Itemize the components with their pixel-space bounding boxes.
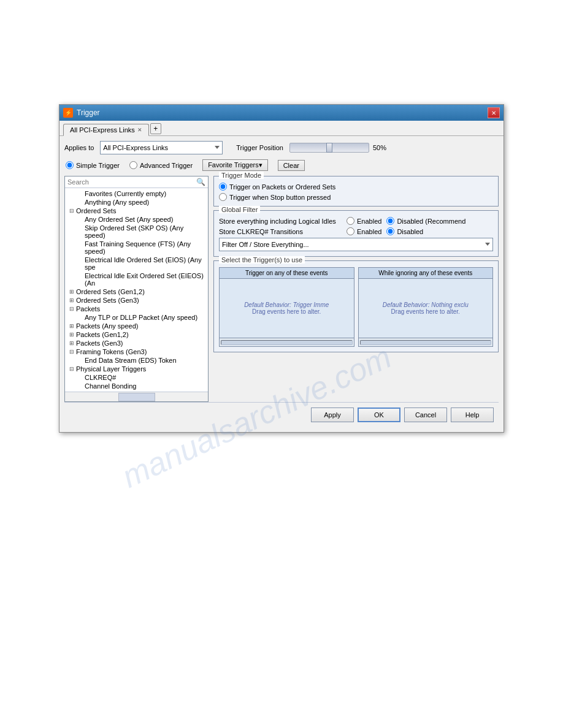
trigger-type-row: Simple Trigger Advanced Trigger Favorite… — [64, 159, 499, 171]
tree-item-clkreq[interactable]: CLKREQ# — [65, 373, 208, 382]
tree-item-packets[interactable]: ⊟ Packets — [65, 305, 208, 313]
bottom-buttons: Apply OK Cancel Help — [64, 402, 499, 427]
expand-packets-gen12-icon[interactable]: ⊞ — [67, 332, 76, 338]
close-button[interactable]: ✕ — [488, 107, 500, 118]
advanced-trigger-radio-label[interactable]: Advanced Trigger — [129, 161, 193, 169]
trigger-col-1: Trigger on any of these events Default B… — [219, 267, 354, 347]
right-panel: Trigger Mode Trigger on Packets or Order… — [213, 176, 499, 402]
dialog-body: Applies to All PCI-Express Links Trigger… — [59, 136, 504, 432]
tree-item-packets-gen3[interactable]: ⊞ Packets (Gen3) — [65, 339, 208, 347]
filter-enabled-2-radio[interactable] — [347, 227, 354, 235]
expand-ordered-sets-icon[interactable]: ⊟ — [67, 208, 76, 214]
filter-dropdown[interactable]: Filter Off / Store Everything... — [219, 238, 493, 251]
trigger-mode-option-1-label[interactable]: Trigger on Packets or Ordered Sets — [219, 183, 493, 191]
filter-enabled-2-text: Enabled — [357, 228, 381, 235]
expand-packets-icon[interactable]: ⊟ — [67, 306, 76, 312]
expand-ordered-sets-gen3-icon[interactable]: ⊞ — [67, 297, 76, 303]
filter-disabled-2-label[interactable]: Disabled — [386, 227, 423, 235]
expand-framing-tokens-icon[interactable]: ⊟ — [67, 349, 76, 355]
tree-item-ordered-sets-gen3[interactable]: ⊞ Ordered Sets (Gen3) — [65, 296, 208, 305]
filter-disabled-2-radio[interactable] — [386, 227, 394, 235]
tree-item-packets-gen12[interactable]: ⊞ Packets (Gen1,2) — [65, 330, 208, 339]
apply-button[interactable]: Apply — [311, 408, 354, 422]
trigger-col-2-scroll-track[interactable] — [360, 340, 492, 345]
tree-panel: 🔍 Favorites (Currently empty) Anything (… — [64, 176, 209, 402]
tab-close-icon[interactable]: ✕ — [137, 127, 142, 133]
app-icon: ⚡ — [63, 108, 73, 118]
trigger-mode-option-2-label[interactable]: Trigger when Stop button pressed — [219, 193, 493, 201]
trigger-mode-label-1: Trigger on Packets or Ordered Sets — [229, 183, 335, 191]
help-button[interactable]: Help — [451, 408, 494, 422]
tree-search-input[interactable] — [67, 178, 194, 186]
global-filter-group: Global Filter Store everything including… — [213, 210, 499, 257]
tree-item-physical-layer[interactable]: ⊟ Physical Layer Triggers — [65, 365, 208, 373]
title-bar: ⚡ Trigger ✕ — [59, 105, 504, 121]
tree-horizontal-scrollbar[interactable] — [65, 392, 208, 401]
tree-item-ordered-sets[interactable]: ⊟ Ordered Sets — [65, 207, 208, 215]
advanced-trigger-radio[interactable] — [129, 161, 137, 169]
filter-row-2: Store CLKREQ# Transitions Enabled Disabl… — [219, 227, 493, 235]
simple-trigger-radio[interactable] — [66, 161, 74, 169]
tree-item-eios[interactable]: Electrical Idle Ordered Set (EIOS) (Any … — [65, 256, 208, 271]
tree-scroll-thumb[interactable] — [118, 393, 155, 401]
expand-packets-any-icon[interactable]: ⊞ — [67, 323, 76, 329]
search-icon[interactable]: 🔍 — [196, 178, 205, 186]
simple-trigger-label: Simple Trigger — [76, 162, 120, 169]
filter-disabled-1-label[interactable]: Disabled (Recommend — [386, 217, 465, 225]
tree-item-any-tlp[interactable]: Any TLP or DLLP Packet (Any speed) — [65, 313, 208, 322]
expand-ordered-sets-gen12-icon[interactable]: ⊞ — [67, 289, 76, 295]
simple-trigger-radio-label[interactable]: Simple Trigger — [66, 161, 120, 169]
filter-disabled-1-radio[interactable] — [386, 217, 394, 225]
tree-item-skp-os[interactable]: Skip Ordered Set (SKP OS) (Any speed) — [65, 224, 208, 240]
main-content: 🔍 Favorites (Currently empty) Anything (… — [64, 176, 499, 402]
trigger-col-1-scrollbar[interactable] — [220, 338, 354, 346]
tab-label: All PCI-Express Links — [70, 126, 135, 134]
tree-item-anything[interactable]: Anything (Any speed) — [65, 198, 208, 207]
trigger-mode-radio-2[interactable] — [219, 193, 227, 201]
tab-all-pci[interactable]: All PCI-Express Links ✕ — [63, 124, 149, 136]
ok-button[interactable]: OK — [358, 408, 400, 422]
tree-item-fts[interactable]: Fast Training Sequence (FTS) (Any speed) — [65, 240, 208, 256]
trigger-col-2-body: Default Behavior: Nothing exclu Drag eve… — [359, 279, 493, 338]
trigger-col-1-scroll-track[interactable] — [221, 340, 353, 345]
filter-label-logical-idles: Store everything including Logical Idles — [219, 218, 342, 225]
tree-item-eds-token[interactable]: End Data Stream (EDS) Token — [65, 356, 208, 365]
filter-row-1: Store everything including Logical Idles… — [219, 217, 493, 225]
filter-enabled-1-text: Enabled — [357, 218, 381, 225]
expand-physical-layer-icon[interactable]: ⊟ — [67, 366, 76, 372]
cancel-button[interactable]: Cancel — [404, 408, 447, 422]
tree-item-any-ordered-set[interactable]: Any Ordered Set (Any speed) — [65, 215, 208, 224]
tab-add-button[interactable]: + — [150, 123, 161, 134]
triggers-columns: Trigger on any of these events Default B… — [219, 267, 493, 347]
filter-enabled-2-label[interactable]: Enabled — [347, 227, 381, 235]
trigger-col-2-scrollbar[interactable] — [359, 338, 493, 346]
trigger-col-2-drag-hint: Drag events here to alter. — [391, 308, 460, 315]
applies-to-select[interactable]: All PCI-Express Links — [100, 141, 223, 154]
clear-button[interactable]: Clear — [278, 160, 305, 171]
trigger-mode-title: Trigger Mode — [219, 172, 264, 179]
expand-packets-gen3-icon[interactable]: ⊞ — [67, 340, 76, 346]
filter-disabled-2-text: Disabled — [397, 228, 423, 235]
tree-item-ordered-sets-gen12[interactable]: ⊞ Ordered Sets (Gen1,2) — [65, 287, 208, 296]
tree-item-packets-any-speed[interactable]: ⊞ Packets (Any speed) — [65, 322, 208, 330]
top-controls: Applies to All PCI-Express Links Trigger… — [64, 141, 499, 154]
tab-bar: All PCI-Express Links ✕ + — [59, 121, 504, 136]
select-triggers-group: Select the Trigger(s) to use Trigger on … — [213, 260, 499, 352]
filter-disabled-1-text: Disabled (Recommend — [397, 218, 465, 225]
favorite-triggers-button[interactable]: Favorite Triggers▾ — [202, 159, 268, 171]
global-filter-title: Global Filter — [219, 206, 260, 213]
tree-item-favorites[interactable]: Favorites (Currently empty) — [65, 189, 208, 198]
tree-item-framing-tokens[interactable]: ⊟ Framing Tokens (Gen3) — [65, 347, 208, 356]
tree-item-channel-bonding[interactable]: Channel Bonding — [65, 382, 208, 390]
trigger-col-2: While ignoring any of these events Defau… — [358, 267, 494, 347]
trigger-mode-radio-1[interactable] — [219, 183, 227, 191]
filter-enabled-1-radio[interactable] — [347, 217, 354, 225]
trigger-col-1-default-text: Default Behavior: Trigger Imme — [244, 301, 329, 308]
trigger-col-1-drag-hint: Drag events here to alter. — [252, 308, 321, 315]
tree-item-eieos[interactable]: Electrical Idle Exit Ordered Set (EIEOS)… — [65, 271, 208, 287]
trigger-position-slider[interactable] — [289, 143, 369, 153]
tree-content: Favorites (Currently empty) Anything (An… — [65, 188, 208, 392]
trigger-mode-options: Trigger on Packets or Ordered Sets Trigg… — [219, 183, 493, 201]
applies-to-label: Applies to — [64, 144, 94, 151]
filter-enabled-1-label[interactable]: Enabled — [347, 217, 381, 225]
